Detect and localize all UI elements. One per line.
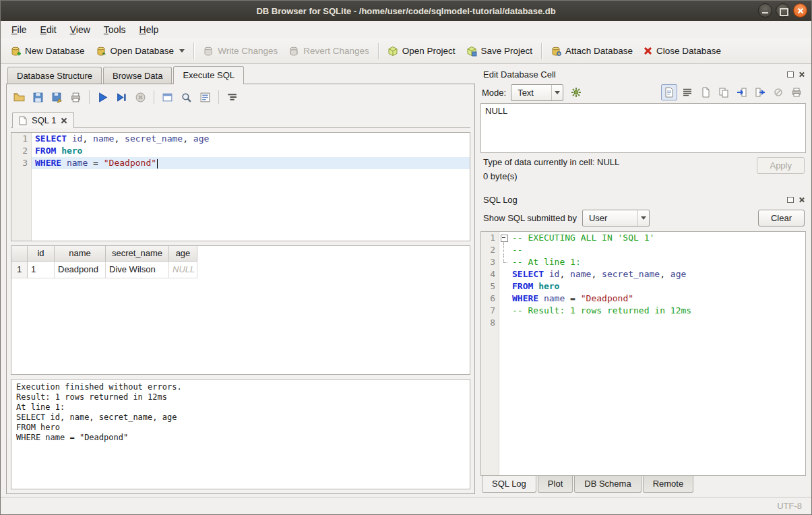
close-database-button[interactable]: Close Database [638,42,726,59]
sql-log-dock-header: SQL Log [480,191,806,207]
sql-tab-bar: SQL 1 [11,110,470,128]
tab-execute-sql[interactable]: Execute SQL [173,66,244,84]
code-text[interactable]: SELECT id, name, secret_name, age [509,268,805,280]
menu-view[interactable]: View [63,22,97,37]
tab-database-structure[interactable]: Database Structure [7,67,102,84]
float-dock-icon[interactable] [787,197,794,203]
execute-line-button[interactable] [113,89,130,106]
float-dock-icon[interactable] [787,71,794,78]
code-text[interactable] [509,317,805,329]
sql-log-view[interactable]: 1-- EXECUTING ALL IN 'SQL 1'2--3-- At li… [480,231,806,476]
open-in-editor-button[interactable] [697,84,714,100]
encoding-indicator[interactable]: UTF-8 [777,501,802,511]
find-button[interactable] [178,89,195,106]
close-tab-icon[interactable] [61,117,67,124]
bottom-tab-sql-log[interactable]: SQL Log [482,475,536,493]
grid-header-row: idnamesecret_nameage [11,246,470,262]
write-changes-label: Write Changes [218,46,278,56]
menu-edit[interactable]: Edit [34,22,63,37]
sql-tab[interactable]: SQL 1 [12,112,74,128]
auto-complete-button[interactable] [197,89,214,106]
results-grid[interactable]: idnamesecret_nameage11DeadpondDive Wilso… [11,245,470,375]
cell-secret-name[interactable]: Dive Wilson [106,262,169,278]
close-dock-icon[interactable] [799,197,805,203]
word-wrap-button[interactable] [679,84,695,100]
code-text[interactable]: FROM hero [32,145,470,157]
code-text[interactable]: FROM hero [509,280,805,293]
save-sql-as-button[interactable] [49,89,65,106]
open-sql-file-button[interactable] [11,89,28,106]
code-token: name [93,133,114,144]
auto-switch-mode-button[interactable] [568,84,584,100]
document-icon [700,87,711,98]
code-token [67,133,72,144]
minimize-icon[interactable] [758,3,772,18]
titlebar[interactable]: DB Browser for SQLite - /home/user/code/… [1,1,811,21]
code-text[interactable]: -- At line 1: [509,256,805,268]
execute-all-button[interactable] [94,89,111,106]
chevron-down-icon[interactable] [179,49,185,53]
new-query-tab-button[interactable] [159,89,176,106]
print-cell-button[interactable] [788,84,805,100]
clear-log-button[interactable]: Clear [758,210,805,226]
execution-message: Execution finished without errors. Resul… [11,379,470,489]
menu-tools[interactable]: Tools [97,22,133,37]
maximize-icon[interactable] [776,3,790,18]
code-line: 2-- [481,244,805,256]
mode-combobox[interactable]: Text [511,84,563,101]
import-cell-button[interactable] [734,84,750,100]
column-header-secret-name[interactable]: secret_name [106,246,169,262]
toolbar-separator [154,90,154,104]
code-text[interactable]: SELECT id, name, secret_name, age [32,133,470,145]
code-text[interactable]: WHERE name = "Deadpond" [509,293,805,305]
app-window: DB Browser for SQLite - /home/user/code/… [0,0,812,515]
export-cell-button[interactable] [752,84,768,100]
column-header-age[interactable]: age [169,246,197,262]
indent-lines-icon [226,92,238,103]
bottom-tab-plot[interactable]: Plot [538,476,573,493]
stop-execution-button [132,89,149,106]
copy-button[interactable] [716,84,732,100]
bottom-tab-remote[interactable]: Remote [643,476,694,493]
fold-marker [499,268,509,280]
save-project-button[interactable]: Save Project [461,42,538,60]
save-sql-file-button[interactable] [30,89,46,106]
new-database-button[interactable]: New Database [5,42,90,60]
sql-editor[interactable]: 1SELECT id, name, secret_name, age2FROM … [11,132,470,241]
code-text[interactable]: -- EXECUTING ALL IN 'SQL 1' [509,232,805,244]
open-database-button[interactable]: Open Database [90,42,191,60]
revert-changes-button: Revert Changes [283,42,375,60]
column-header-name[interactable]: name [55,246,106,262]
bottom-tab-db-schema[interactable]: DB Schema [574,476,641,493]
row-header[interactable]: 1 [11,262,28,278]
code-token: -- EXECUTING ALL IN 'SQL 1' [512,233,654,243]
close-dock-icon[interactable] [799,71,805,78]
code-text[interactable]: WHERE name = "Deadpond" [32,157,470,169]
log-filter-combobox[interactable]: User [582,210,650,226]
code-text[interactable]: -- [509,244,805,256]
statusbar: UTF-8 [1,497,811,514]
fold-marker[interactable] [499,232,509,244]
code-token: WHERE [35,158,61,168]
cell-type-info: Type of data currently in cell: NULL [483,157,619,167]
print-sql-button[interactable] [67,89,84,106]
cell-age[interactable]: NULL [169,262,197,278]
close-icon[interactable] [793,3,807,18]
tab-browse-data[interactable]: Browse Data [103,67,172,84]
line-number: 1 [481,232,499,244]
database-new-icon [10,46,21,57]
cell-name[interactable]: Deadpond [55,262,106,278]
text-view-button[interactable] [661,84,677,100]
project-save-icon [466,46,477,57]
code-text[interactable]: -- Result: 1 rows returned in 12ms [509,305,805,317]
attach-database-button[interactable]: Attach Database [545,42,638,60]
column-header-id[interactable]: id [28,246,55,262]
cell-editor-icons [661,84,805,100]
window-icon [162,92,173,103]
cell-id[interactable]: 1 [28,262,55,278]
open-project-button[interactable]: Open Project [382,42,461,60]
format-sql-button[interactable] [224,89,241,106]
menu-help[interactable]: Help [133,22,166,37]
menu-file[interactable]: File [5,22,34,37]
cell-content-editor[interactable]: NULL [480,103,806,153]
